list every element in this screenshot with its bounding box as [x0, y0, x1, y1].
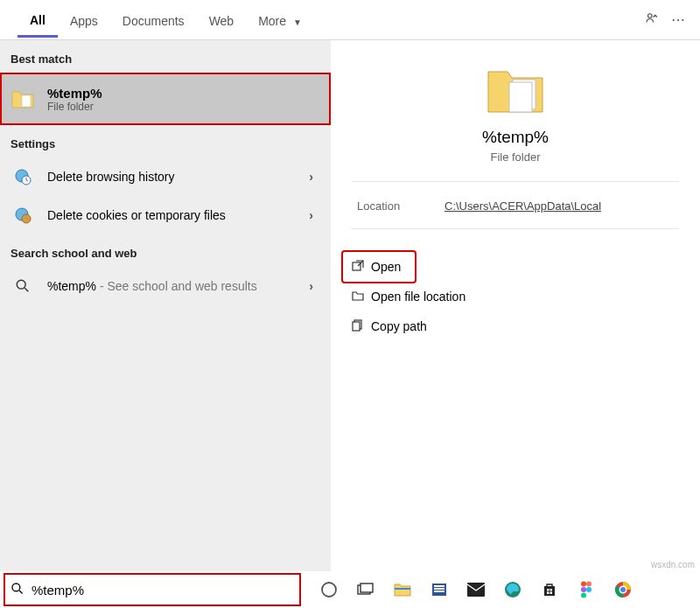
- svg-point-31: [581, 587, 586, 592]
- result-best-match[interactable]: %temp% File folder: [0, 73, 331, 125]
- folder-open-icon: [352, 290, 371, 304]
- file-explorer-icon[interactable]: [392, 579, 413, 600]
- result-delete-cookies[interactable]: Delete cookies or temporary files ›: [0, 196, 331, 234]
- search-input[interactable]: [32, 583, 294, 598]
- svg-point-30: [586, 582, 592, 587]
- svg-point-0: [648, 13, 653, 17]
- tab-all[interactable]: All: [18, 3, 58, 38]
- svg-rect-11: [353, 262, 360, 270]
- svg-point-15: [322, 583, 336, 597]
- bottom-bar: [0, 571, 700, 608]
- svg-rect-25: [547, 589, 550, 591]
- action-label: Copy path: [371, 319, 427, 333]
- svg-point-7: [27, 219, 28, 220]
- svg-rect-21: [434, 588, 444, 590]
- action-label: Open: [371, 260, 401, 274]
- svg-rect-23: [467, 583, 485, 597]
- cortana-icon[interactable]: [318, 579, 340, 600]
- web-heading: Search school and web: [0, 234, 331, 267]
- word-icon[interactable]: [429, 579, 450, 600]
- globe-clock-icon: [10, 164, 35, 189]
- action-copy-path[interactable]: Copy path: [343, 311, 688, 341]
- chevron-right-icon: ›: [309, 170, 313, 184]
- divider: [352, 228, 679, 229]
- svg-point-8: [17, 280, 25, 289]
- svg-point-36: [620, 587, 626, 592]
- open-icon: [352, 260, 371, 275]
- feedback-icon[interactable]: [639, 10, 665, 30]
- svg-rect-28: [550, 592, 553, 595]
- store-icon[interactable]: [539, 579, 560, 600]
- result-label: %temp%: [47, 279, 96, 293]
- svg-point-33: [581, 593, 586, 598]
- results-panel: Best match %temp% File folder Settings D…: [0, 40, 331, 571]
- search-scope-tabs: All Apps Documents Web More ▼ ⋯: [0, 0, 700, 40]
- result-sub: File folder: [47, 101, 331, 113]
- chevron-right-icon: ›: [309, 279, 313, 293]
- chrome-icon[interactable]: [612, 579, 634, 600]
- more-options-icon[interactable]: ⋯: [665, 11, 691, 28]
- svg-rect-17: [360, 584, 373, 592]
- tab-documents[interactable]: Documents: [110, 3, 197, 37]
- action-label: Open file location: [371, 290, 466, 304]
- svg-rect-22: [434, 591, 444, 592]
- tab-apps[interactable]: Apps: [58, 3, 110, 37]
- svg-rect-18: [395, 588, 410, 590]
- tab-web[interactable]: Web: [197, 3, 247, 37]
- copy-icon: [352, 319, 371, 334]
- globe-cookie-icon: [10, 203, 35, 227]
- svg-rect-26: [550, 589, 553, 591]
- preview-title: %temp%: [331, 128, 700, 147]
- result-label: Delete cookies or temporary files: [47, 208, 226, 222]
- chevron-right-icon: ›: [309, 208, 313, 222]
- tab-more-label: More: [258, 14, 286, 28]
- divider: [352, 181, 679, 182]
- watermark: wsxdn.com: [651, 560, 695, 570]
- preview-panel: %temp% File folder Location C:\Users\ACE…: [331, 40, 700, 571]
- result-delete-history[interactable]: Delete browsing history ›: [0, 157, 331, 196]
- tab-more[interactable]: More ▼: [246, 3, 314, 37]
- search-icon: [10, 274, 35, 298]
- svg-point-14: [12, 584, 20, 591]
- svg-rect-10: [509, 82, 532, 112]
- folder-icon: [10, 87, 35, 111]
- settings-heading: Settings: [0, 125, 331, 157]
- chevron-down-icon: ▼: [293, 17, 302, 27]
- result-hint: - See school and web results: [96, 279, 257, 293]
- svg-rect-27: [547, 592, 550, 595]
- result-label: Delete browsing history: [47, 170, 175, 184]
- figma-icon[interactable]: [576, 579, 597, 600]
- svg-rect-1: [22, 95, 31, 107]
- result-web-search[interactable]: %temp% - See school and web results ›: [0, 267, 331, 305]
- action-open-location[interactable]: Open file location: [343, 282, 688, 311]
- search-icon: [10, 582, 24, 598]
- action-open[interactable]: Open: [343, 252, 415, 282]
- svg-rect-20: [434, 585, 444, 587]
- preview-sub: File folder: [331, 150, 700, 164]
- svg-point-6: [24, 217, 25, 218]
- folder-large-icon: [485, 65, 546, 115]
- svg-rect-13: [353, 322, 360, 331]
- task-view-icon[interactable]: [355, 579, 376, 600]
- best-match-heading: Best match: [0, 40, 331, 73]
- taskbar: [301, 571, 700, 608]
- svg-point-5: [22, 214, 31, 223]
- svg-point-29: [581, 582, 586, 587]
- search-box[interactable]: [4, 573, 301, 606]
- location-label: Location: [357, 199, 444, 213]
- result-title: %temp%: [47, 86, 331, 101]
- mail-icon[interactable]: [466, 579, 486, 600]
- svg-point-32: [586, 587, 592, 592]
- edge-icon[interactable]: [502, 579, 523, 600]
- location-link[interactable]: C:\Users\ACER\AppData\Local: [444, 199, 601, 213]
